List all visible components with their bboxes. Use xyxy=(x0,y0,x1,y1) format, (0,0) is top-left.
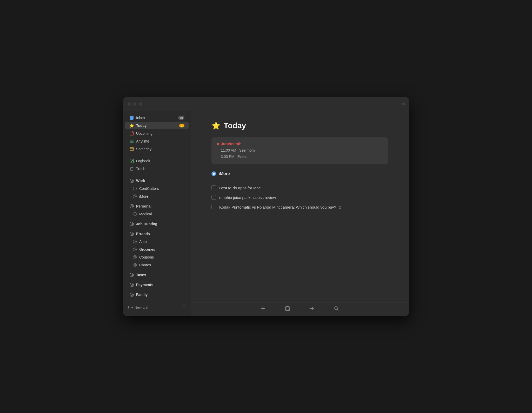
sidebar-item-errands[interactable]: Errands xyxy=(125,230,189,237)
divider-7 xyxy=(123,279,191,281)
sidebar-item-trash-label: Trash xyxy=(136,167,184,171)
svg-rect-12 xyxy=(130,168,133,170)
svg-point-38 xyxy=(131,294,133,296)
calendar-event-1: 11:00 AM See mom xyxy=(221,147,383,154)
project-dot-inner xyxy=(213,173,215,175)
task-item-2[interactable]: mophie juice pack access review xyxy=(211,193,388,202)
sidebar-item-anytime-label: Anytime xyxy=(136,139,184,143)
project-header[interactable]: iMore xyxy=(211,171,388,179)
area-family-icon xyxy=(129,292,134,297)
svg-point-20 xyxy=(133,212,137,216)
sidebar-item-coupons-label: Coupons xyxy=(139,255,184,259)
sidebar-item-work-label: Work xyxy=(136,179,184,183)
sidebar-item-upcoming[interactable]: Upcoming xyxy=(125,130,189,137)
today-icon: ⭐ xyxy=(129,123,134,128)
svg-rect-7 xyxy=(130,141,134,141)
svg-point-26 xyxy=(134,241,136,242)
maximize-button[interactable] xyxy=(139,102,142,106)
page-title-row: ⭐ Today xyxy=(211,121,388,130)
sidebar-item-taxes[interactable]: Taxes xyxy=(125,271,189,279)
svg-point-23 xyxy=(130,232,134,236)
minimize-button[interactable] xyxy=(133,102,137,106)
project-dot-icon xyxy=(211,171,216,176)
area-job-hunting-icon xyxy=(129,222,134,226)
sidebar-item-logbook[interactable]: Logbook xyxy=(125,157,189,165)
page-title: Today xyxy=(224,121,246,130)
filter-button[interactable] xyxy=(181,304,187,311)
task-item-3[interactable]: Kodak Printomatic vs Polaroid Mint camer… xyxy=(211,202,388,212)
sidebar-item-family[interactable]: Family xyxy=(125,291,189,298)
sidebar-item-inbox[interactable]: Inbox 10 xyxy=(125,114,189,121)
search-button[interactable] xyxy=(332,304,341,314)
svg-rect-2 xyxy=(130,132,134,135)
someday-icon xyxy=(129,147,134,151)
close-button[interactable] xyxy=(127,102,131,106)
svg-point-17 xyxy=(134,196,136,197)
task-item-1[interactable]: Best to-do apps for Mac xyxy=(211,183,388,193)
svg-point-27 xyxy=(133,248,137,251)
window-control-icon[interactable]: ⧉ xyxy=(402,102,405,106)
svg-point-13 xyxy=(130,179,134,183)
svg-point-24 xyxy=(131,233,133,235)
sidebar-item-personal[interactable]: Personal xyxy=(125,203,189,210)
sidebar-item-groceries[interactable]: Groceries xyxy=(125,246,189,253)
sidebar-item-someday[interactable]: Someday xyxy=(125,145,189,153)
svg-rect-8 xyxy=(130,142,134,143)
svg-point-29 xyxy=(133,256,137,259)
task-checkbox-3[interactable] xyxy=(211,205,216,209)
sidebar-item-imore[interactable]: iMore xyxy=(125,193,189,200)
divider-5 xyxy=(123,228,191,230)
sidebar-item-work[interactable]: Work xyxy=(125,177,189,184)
coupons-icon xyxy=(132,255,137,260)
inbox-icon xyxy=(129,115,134,120)
add-button[interactable] xyxy=(259,304,268,314)
svg-rect-48 xyxy=(287,309,287,309)
app-window: ⧉ Inbox 10 ⭐ Today 3 xyxy=(123,97,409,316)
sidebar-item-medical-label: Medical xyxy=(139,212,184,216)
sidebar-item-auto[interactable]: Auto xyxy=(125,238,189,245)
sidebar-item-trash[interactable]: Trash xyxy=(125,165,189,172)
calendar-button[interactable] xyxy=(283,304,292,314)
holiday-row: Juneteenth xyxy=(217,141,383,146)
svg-point-16 xyxy=(133,195,137,198)
task-checkbox-1[interactable] xyxy=(211,185,216,190)
divider-8 xyxy=(123,289,191,291)
sidebar-item-logbook-label: Logbook xyxy=(136,159,184,163)
svg-point-32 xyxy=(134,264,136,266)
today-badge: 3 xyxy=(179,124,184,127)
sidebar-item-cordcutters[interactable]: CordCutters xyxy=(125,185,189,192)
imore-icon xyxy=(132,194,137,199)
sidebar-item-taxes-label: Taxes xyxy=(136,273,184,277)
svg-point-34 xyxy=(131,274,133,276)
sidebar-item-personal-label: Personal xyxy=(136,204,184,208)
sidebar-item-chores-label: Chores xyxy=(139,263,184,267)
svg-point-28 xyxy=(134,249,136,250)
divider-2 xyxy=(123,173,191,177)
move-button[interactable] xyxy=(308,304,316,314)
sidebar-item-medical[interactable]: Medical xyxy=(125,210,189,218)
sidebar-item-anytime[interactable]: Anytime xyxy=(125,138,189,145)
svg-point-19 xyxy=(131,205,133,207)
sidebar: Inbox 10 ⭐ Today 3 Upcoming xyxy=(123,111,191,316)
project-name: iMore xyxy=(219,171,230,176)
trash-icon xyxy=(129,166,134,171)
sidebar-item-chores[interactable]: Chores xyxy=(125,261,189,269)
sidebar-item-job-hunting[interactable]: Job Hunting xyxy=(125,220,189,228)
holiday-dot-icon xyxy=(217,143,219,145)
task-checkbox-2[interactable] xyxy=(211,195,216,200)
area-taxes-icon xyxy=(129,273,134,277)
sidebar-item-today[interactable]: ⭐ Today 3 xyxy=(125,122,189,129)
sidebar-item-errands-label: Errands xyxy=(136,232,184,236)
sidebar-item-someday-label: Someday xyxy=(136,147,184,151)
main-content: ⭐ Today Juneteenth 11:00 AM See mom 3:00… xyxy=(191,111,409,316)
sidebar-item-imore-label: iMore xyxy=(139,194,184,198)
new-list-button[interactable]: + + New List xyxy=(127,305,148,310)
groceries-icon xyxy=(132,247,137,252)
sidebar-item-auto-label: Auto xyxy=(139,240,184,244)
sidebar-item-groceries-label: Groceries xyxy=(139,247,184,251)
divider-3 xyxy=(123,200,191,202)
sidebar-item-payments[interactable]: Payments xyxy=(125,281,189,288)
sidebar-item-coupons[interactable]: Coupons xyxy=(125,254,189,261)
calendar-event-2: 3:00 PM Event xyxy=(221,154,383,160)
svg-point-33 xyxy=(130,273,134,277)
